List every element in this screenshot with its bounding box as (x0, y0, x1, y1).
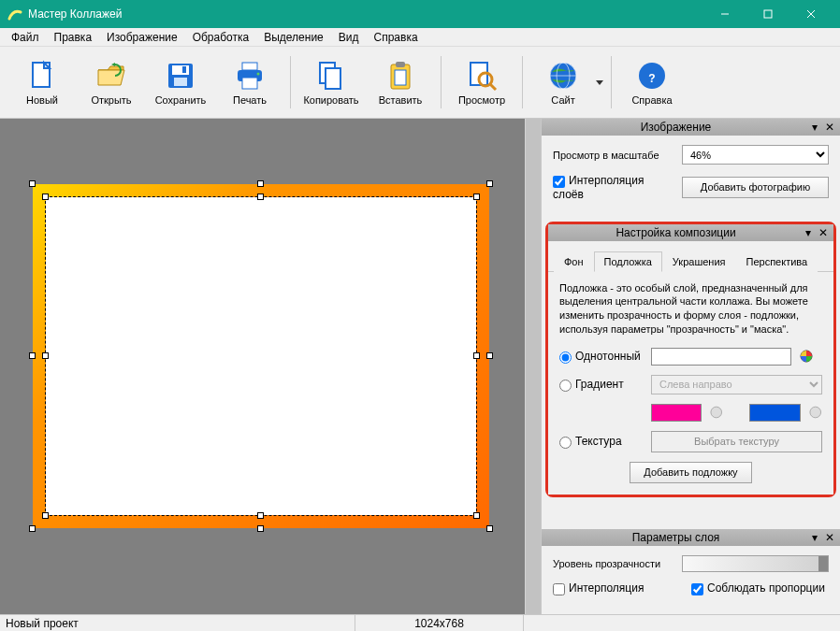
tab-underlay[interactable]: Подложка (594, 251, 662, 272)
add-photo-button[interactable]: Добавить фотографию (682, 177, 829, 198)
panel-collapse-icon[interactable]: ▾ (808, 531, 821, 544)
close-button[interactable] (789, 0, 833, 28)
underlay-layer[interactable] (46, 197, 476, 515)
menu-edit[interactable]: Правка (47, 29, 100, 46)
help-button[interactable]: ? Справка (619, 51, 685, 113)
window-title: Мастер Коллажей (28, 7, 703, 21)
menu-file[interactable]: Файл (4, 29, 47, 46)
maximize-button[interactable] (746, 0, 789, 28)
magnifier-icon (465, 59, 499, 93)
resize-handle[interactable] (257, 194, 264, 200)
save-floppy-icon (164, 59, 197, 93)
menu-selection[interactable]: Выделение (256, 29, 331, 46)
opacity-slider[interactable] (682, 555, 829, 572)
site-button[interactable]: Сайт (530, 51, 596, 113)
svg-rect-11 (242, 63, 257, 70)
interp-checkbox[interactable]: Интерполяция (553, 581, 684, 595)
svg-text:?: ? (648, 72, 655, 85)
add-underlay-button[interactable]: Добавить подложку (630, 462, 751, 483)
panel-image-header[interactable]: Изображение ▾ ✕ (542, 119, 840, 136)
svg-rect-13 (242, 78, 257, 89)
panel-close-icon[interactable]: ✕ (823, 531, 836, 544)
svg-rect-16 (326, 68, 340, 89)
opacity-label: Уровень прозрачности (553, 558, 674, 569)
save-label: Сохранить (155, 94, 207, 106)
site-dropdown[interactable] (594, 51, 605, 113)
print-label: Печать (233, 94, 267, 106)
tab-background[interactable]: Фон (554, 251, 594, 272)
toolbar-separator (611, 56, 612, 108)
svg-rect-9 (174, 78, 187, 86)
choose-texture-button[interactable]: Выбрать текстуру (651, 431, 822, 452)
gradient-color2-swatch[interactable] (749, 404, 800, 422)
paste-button[interactable]: Вставить (368, 51, 433, 113)
menubar: Файл Правка Изображение Обработка Выделе… (0, 28, 840, 47)
svg-point-31 (711, 408, 722, 419)
resize-handle[interactable] (257, 512, 264, 519)
open-label: Открыть (91, 94, 131, 106)
gradient-direction-select[interactable]: Слева направо (651, 375, 822, 394)
print-button[interactable]: Печать (217, 51, 282, 113)
status-project: Новый проект (0, 615, 355, 631)
preview-button[interactable]: Просмотр (449, 51, 514, 113)
minimize-button[interactable] (703, 0, 746, 28)
gradient-color1-swatch[interactable] (651, 404, 702, 422)
app-logo-icon (7, 7, 22, 22)
panel-layer-params: Параметры слоя ▾ ✕ Уровень прозрачности … (542, 529, 840, 614)
resize-handle[interactable] (473, 194, 480, 200)
keep-ratio-checkbox[interactable]: Соблюдать пропорции (691, 581, 825, 595)
save-button[interactable]: Сохранить (148, 51, 213, 113)
panel-collapse-icon[interactable]: ▾ (808, 121, 821, 134)
new-button[interactable]: Новый (9, 51, 75, 113)
help-icon: ? (635, 59, 669, 93)
underlay-description: Подложка - это особый слой, предназначен… (559, 281, 822, 337)
copy-label: Копировать (303, 94, 358, 106)
resize-handle[interactable] (42, 352, 49, 359)
help-label: Справка (631, 94, 672, 106)
panel-image: Изображение ▾ ✕ Просмотр в масштабе 46% … (542, 119, 840, 220)
svg-rect-18 (396, 62, 405, 67)
panel-layer-header[interactable]: Параметры слоя ▾ ✕ (542, 529, 840, 546)
tab-decorations[interactable]: Украшения (662, 251, 736, 272)
zoom-select[interactable]: 46% (682, 145, 829, 165)
menu-process[interactable]: Обработка (185, 29, 257, 46)
solid-color-swatch[interactable] (651, 348, 791, 366)
menu-image[interactable]: Изображение (99, 29, 185, 46)
menu-view[interactable]: Вид (331, 29, 367, 46)
panel-image-title: Изображение (545, 121, 806, 134)
texture-radio[interactable]: Текстура (559, 435, 644, 449)
svg-line-22 (490, 84, 496, 90)
svg-rect-19 (395, 70, 406, 85)
resize-handle[interactable] (42, 512, 49, 519)
solid-radio[interactable]: Однотонный (559, 350, 644, 364)
resize-handle[interactable] (473, 352, 480, 359)
panel-composition-title: Настройка композиции (552, 226, 800, 239)
open-button[interactable]: Открыть (79, 51, 144, 113)
gradient-radio[interactable]: Градиент (559, 378, 644, 392)
panel-composition: Настройка композиции ▾ ✕ Фон Подложка Ук… (545, 222, 836, 497)
vertical-scrollbar[interactable] (525, 119, 541, 614)
color-picker-icon[interactable] (808, 405, 822, 420)
interp-layers-checkbox[interactable]: Интерполяция слоёв (553, 174, 674, 201)
collage-frame[interactable] (33, 184, 489, 528)
sidebar: Изображение ▾ ✕ Просмотр в масштабе 46% … (541, 119, 840, 614)
copy-button[interactable]: Копировать (298, 51, 364, 113)
resize-handle[interactable] (42, 194, 49, 200)
svg-rect-1 (764, 10, 772, 18)
resize-handle[interactable] (473, 512, 480, 519)
tab-perspective[interactable]: Перспектива (736, 251, 818, 272)
toolbar-separator (290, 56, 291, 108)
menu-help[interactable]: Справка (367, 29, 426, 46)
panel-composition-header[interactable]: Настройка композиции ▾ ✕ (548, 224, 833, 241)
svg-point-32 (809, 408, 820, 419)
panel-close-icon[interactable]: ✕ (823, 121, 836, 134)
panel-collapse-icon[interactable]: ▾ (802, 226, 815, 239)
panel-close-icon[interactable]: ✕ (817, 226, 830, 239)
color-picker-icon[interactable] (709, 405, 723, 420)
toolbar-separator (441, 56, 442, 108)
svg-marker-6 (111, 63, 115, 66)
color-picker-icon[interactable] (799, 349, 814, 364)
site-label: Сайт (551, 94, 574, 106)
svg-rect-10 (182, 66, 186, 73)
canvas-area[interactable] (0, 119, 541, 614)
